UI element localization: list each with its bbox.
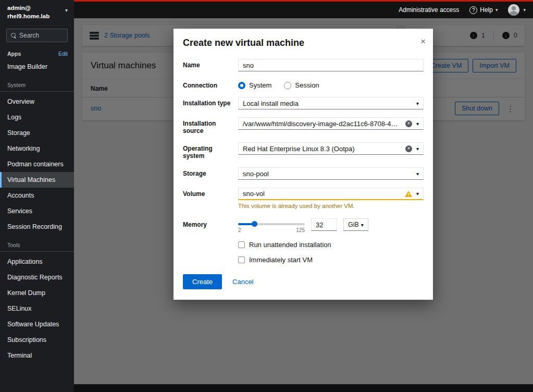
radio-selected-icon <box>238 82 245 89</box>
immediately-start-vm-checkbox[interactable]: Immediately start VM <box>238 256 424 264</box>
chevron-down-icon: ▾ <box>416 146 419 152</box>
dialog-title: Create new virtual machine <box>183 38 424 48</box>
operating-system-select[interactable]: Red Hat Enterprise Linux 8.3 (Ootpa) × ▾ <box>238 142 424 155</box>
tools-section-label: Tools <box>0 235 74 252</box>
cancel-button[interactable]: Cancel <box>232 278 253 286</box>
sidebar-item-overview[interactable]: Overview <box>0 94 74 109</box>
sidebar-item-services[interactable]: Services <box>0 203 74 219</box>
sidebar-item-image-builder[interactable]: Image Builder <box>0 59 74 75</box>
memory-slider[interactable]: 2 125 <box>238 218 305 233</box>
create-vm-dialog: Create new virtual machine × Name Connec… <box>173 29 433 300</box>
close-icon[interactable]: × <box>420 37 426 46</box>
sidebar-item-applications[interactable]: Applications <box>0 254 74 270</box>
memory-slider-thumb[interactable] <box>252 221 257 227</box>
storage-label: Storage <box>183 167 234 180</box>
sidebar-item-accounts[interactable]: Accounts <box>0 188 74 203</box>
administrative-access-label[interactable]: Administrative access <box>399 6 459 14</box>
clear-selection-icon[interactable]: × <box>405 120 412 127</box>
operating-system-field-row: Operating system Red Hat Enterprise Linu… <box>183 142 424 160</box>
sidebar-item-selinux[interactable]: SELinux <box>0 301 74 316</box>
sidebar-item-storage[interactable]: Storage <box>0 125 74 141</box>
apps-edit-link[interactable]: Edit <box>58 51 68 57</box>
system-section-label: System <box>0 75 74 92</box>
masthead: Administrative access ? Help ▾ ▾ <box>74 0 533 18</box>
connection-session-label: Session <box>295 81 319 89</box>
memory-value-input[interactable] <box>311 218 337 231</box>
user-name: admin@ <box>7 4 49 13</box>
installation-source-select[interactable]: /var/www/html/discovery-image-d2ac11c6-8… <box>238 117 424 130</box>
host-caret-icon[interactable]: ▾ <box>65 7 68 13</box>
chevron-down-icon: ▾ <box>416 171 419 177</box>
name-input[interactable] <box>238 59 424 71</box>
help-icon: ? <box>469 6 477 14</box>
sidebar-tools-nav: ApplicationsDiagnostic ReportsKernel Dum… <box>0 254 74 363</box>
chevron-down-icon: ▾ <box>361 222 364 228</box>
sidebar-item-virtual-machines[interactable]: Virtual Machines <box>0 172 74 188</box>
sidebar-item-diagnostic-reports[interactable]: Diagnostic Reports <box>0 270 74 285</box>
radio-unselected-icon <box>284 82 291 89</box>
search-icon <box>11 33 16 38</box>
volume-label: Volume <box>183 188 234 209</box>
storage-select[interactable]: sno-pool ▾ <box>238 167 424 180</box>
help-caret-icon: ▾ <box>495 7 498 13</box>
sidebar-item-terminal[interactable]: Terminal <box>0 348 74 363</box>
sidebar: admin@ rhel9.home.lab ▾ Search Apps Edit… <box>0 0 74 392</box>
create-button[interactable]: Create <box>183 274 222 289</box>
logged-in-host: admin@ rhel9.home.lab <box>7 4 49 20</box>
sidebar-system-nav: OverviewLogsStorageNetworkingPodman cont… <box>0 94 74 235</box>
volume-warning-text: This volume is already used by another V… <box>238 203 424 209</box>
storage-field-row: Storage sno-pool ▾ <box>183 167 424 180</box>
connection-label: Connection <box>183 79 234 89</box>
sidebar-item-session-recording[interactable]: Session Recording <box>0 219 74 235</box>
avatar <box>508 4 519 16</box>
sidebar-item-software-updates[interactable]: Software Updates <box>0 316 74 332</box>
installation-type-label: Installation type <box>183 97 234 109</box>
installation-type-field-row: Installation type Local install media ▾ <box>183 97 424 109</box>
chevron-down-icon: ▾ <box>416 191 419 197</box>
checkbox-icon <box>238 256 245 263</box>
search-placeholder: Search <box>19 32 39 39</box>
session-caret-icon: ▾ <box>523 7 526 13</box>
connection-system-label: System <box>249 81 271 89</box>
name-label: Name <box>183 59 234 71</box>
memory-min-label: 2 <box>238 227 241 233</box>
name-field-row: Name <box>183 59 424 71</box>
memory-max-label: 125 <box>296 227 305 233</box>
help-menu[interactable]: ? Help ▾ <box>469 6 498 14</box>
session-menu[interactable]: ▾ <box>508 4 526 16</box>
connection-system-radio[interactable]: System <box>238 81 271 89</box>
memory-field-row: Memory 2 125 GiB ▾ <box>183 218 424 233</box>
operating-system-label: Operating system <box>183 142 234 160</box>
host-name: rhel9.home.lab <box>7 13 49 21</box>
help-label: Help <box>480 6 493 14</box>
sidebar-item-podman-containers[interactable]: Podman containers <box>0 156 74 172</box>
unattended-installation-checkbox[interactable]: Run unattended installation <box>238 241 424 249</box>
sidebar-apps-nav: Image Builder <box>0 59 74 75</box>
installation-source-label: Installation source <box>183 117 234 134</box>
sidebar-item-networking[interactable]: Networking <box>0 141 74 156</box>
installation-type-select[interactable]: Local install media ▾ <box>238 97 424 109</box>
host-switcher[interactable]: admin@ rhel9.home.lab ▾ <box>0 0 74 23</box>
checkbox-icon <box>238 241 245 248</box>
memory-unit-select[interactable]: GiB ▾ <box>343 218 368 231</box>
connection-session-radio[interactable]: Session <box>284 81 319 89</box>
memory-label: Memory <box>183 218 234 233</box>
chevron-down-icon: ▾ <box>416 121 419 127</box>
sidebar-item-kernel-dump[interactable]: Kernel Dump <box>0 285 74 301</box>
connection-field-row: Connection System Session <box>183 79 424 89</box>
warning-triangle-icon <box>405 191 412 197</box>
slider-track[interactable] <box>238 223 305 225</box>
sidebar-item-logs[interactable]: Logs <box>0 109 74 125</box>
apps-section-label: Apps <box>7 51 21 57</box>
sidebar-search-input[interactable]: Search <box>6 29 68 42</box>
sidebar-item-subscriptions[interactable]: Subscriptions <box>0 332 74 348</box>
clear-selection-icon[interactable]: × <box>405 145 412 152</box>
volume-field-row: Volume sno-vol ▾ This volume is already … <box>183 188 424 209</box>
volume-select[interactable]: sno-vol ▾ <box>238 188 424 200</box>
installation-source-field-row: Installation source /var/www/html/discov… <box>183 117 424 134</box>
chevron-down-icon: ▾ <box>416 101 419 106</box>
